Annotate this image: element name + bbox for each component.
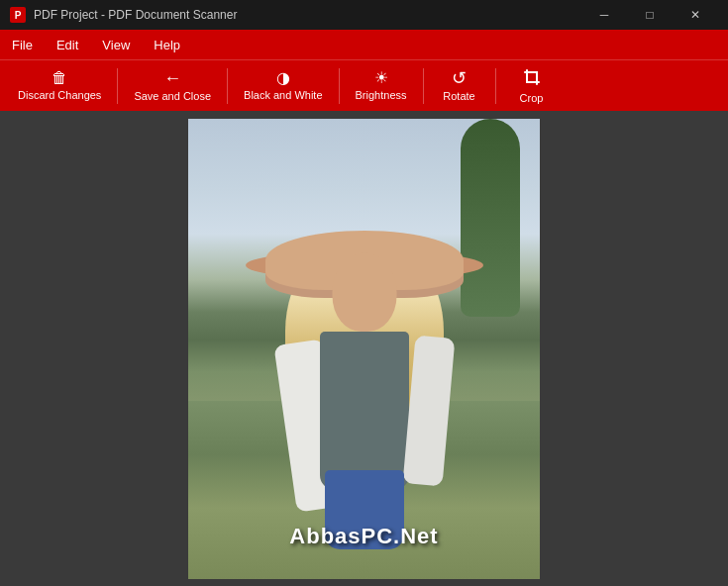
toolbar-separator-2 [227,68,228,104]
black-white-icon: ◑ [276,70,290,86]
crop-label: Crop [520,92,544,104]
title-bar-left: P PDF Project - PDF Document Scanner [10,7,237,23]
watermark-text: AbbasPC.Net [289,524,438,549]
rotate-icon: ↺ [452,69,467,87]
menu-help[interactable]: Help [142,30,192,59]
discard-label: Discard Changes [18,89,101,101]
maximize-button[interactable]: □ [627,0,673,30]
toolbar-separator-4 [423,68,424,104]
rotate-button[interactable]: ↺ Rotate [430,64,489,108]
person-figure [275,203,454,579]
toolbar-separator-5 [495,68,496,104]
image-preview: AbbasPC.Net [188,119,540,579]
menu-edit[interactable]: Edit [45,30,90,59]
close-button[interactable]: ✕ [673,0,718,30]
crop-icon [523,68,541,89]
toolbar: 🗑 Discard Changes ← Save and Close ◑ Bla… [0,59,728,111]
black-white-button[interactable]: ◑ Black and White [234,64,332,108]
photo-background [188,119,540,579]
menu-view[interactable]: View [90,30,142,59]
title-bar: P PDF Project - PDF Document Scanner ─ □… [0,0,728,30]
discard-changes-button[interactable]: 🗑 Discard Changes [8,64,111,108]
minimize-button[interactable]: ─ [581,0,627,30]
face [332,252,396,332]
discard-icon: 🗑 [52,70,67,86]
torso [320,332,409,490]
brightness-button[interactable]: ☀ Brightness [346,64,417,108]
app-icon: P [10,7,26,23]
toolbar-separator-1 [117,68,118,104]
save-close-label: Save and Close [134,90,211,102]
brightness-label: Brightness [356,89,407,101]
crop-button[interactable]: Crop [502,64,562,108]
toolbar-separator-3 [339,68,340,104]
window-title: PDF Project - PDF Document Scanner [34,8,237,22]
save-close-button[interactable]: ← Save and Close [124,64,221,108]
black-white-label: Black and White [244,89,322,101]
menu-file[interactable]: File [0,30,45,59]
rotate-label: Rotate [443,90,474,102]
brightness-icon: ☀ [374,70,388,86]
save-close-icon: ← [163,69,181,87]
window-controls[interactable]: ─ □ ✕ [581,0,718,30]
main-content-area: AbbasPC.Net [0,111,728,586]
menu-bar: File Edit View Help [0,30,728,59]
background-tree [461,119,520,317]
